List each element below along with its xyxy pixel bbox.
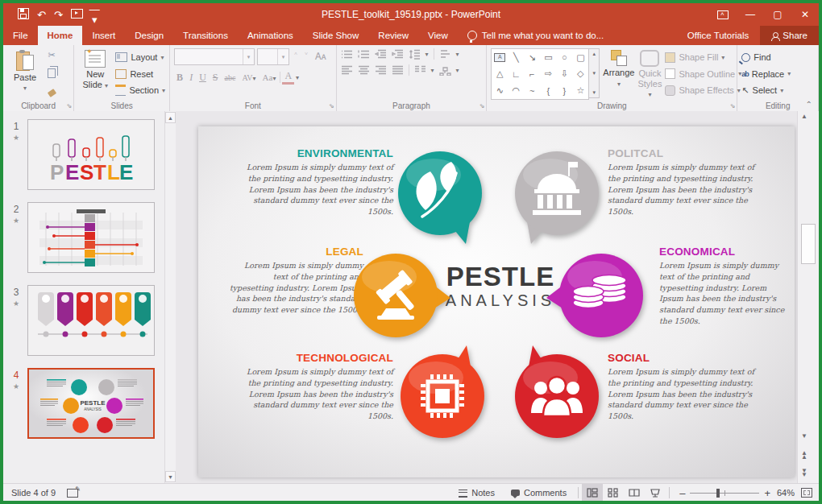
section-heading[interactable]: ENVIRONMENTAL xyxy=(232,147,393,159)
vertical-scrollbar[interactable]: ▲ ▼ ▲▲ ▼▼ xyxy=(797,111,819,483)
office-tutorials-link[interactable]: Office Tutorials xyxy=(676,31,761,40)
paste-dropdown[interactable]: ▾ xyxy=(23,85,27,92)
cut-button[interactable]: ✂ xyxy=(46,50,57,60)
social-bubble[interactable] xyxy=(500,344,613,456)
grow-font-button[interactable]: ˄ xyxy=(292,51,300,63)
slide-sorter-view-button[interactable] xyxy=(603,484,624,502)
rectangle-shape-icon[interactable]: ▭ xyxy=(544,52,552,63)
numbered-list-icon[interactable] xyxy=(358,49,370,60)
notes-button[interactable]: Notes xyxy=(450,484,503,502)
line-shape-icon[interactable]: ╲ xyxy=(513,52,519,63)
block-arrow-right-icon[interactable]: ⇨ xyxy=(545,68,552,79)
font-name-combo[interactable]: ▾ xyxy=(174,48,255,65)
shape-fill-button[interactable]: Shape Fill▾ xyxy=(665,50,741,64)
proofing-icon[interactable] xyxy=(67,489,78,498)
layout-button[interactable]: Layout▾ xyxy=(115,50,165,64)
thumbnail-scroll-up[interactable]: ▲ xyxy=(165,112,176,123)
slide-canvas[interactable]: ENVIRONMENTAL Lorem Ipsum is simply dumm… xyxy=(176,111,797,483)
shapes-gallery-scroll[interactable]: ▴▾▾ xyxy=(589,48,600,98)
fit-slide-to-window-button[interactable] xyxy=(801,488,812,498)
environmental-bubble[interactable] xyxy=(384,141,496,254)
political-bubble[interactable] xyxy=(500,141,613,254)
technological-bubble[interactable] xyxy=(386,344,499,456)
redo-button[interactable]: ↷ xyxy=(54,10,63,20)
maximize-button[interactable]: ▢ xyxy=(764,3,791,26)
change-case-button[interactable]: Aa▾ xyxy=(260,72,279,82)
replace-button[interactable]: abReplace▾ xyxy=(741,67,791,81)
next-slide-button[interactable]: ▼▼ xyxy=(801,469,807,477)
tab-slide-show[interactable]: Slide Show xyxy=(303,26,369,45)
clipboard-dialog-launcher[interactable]: ⇘ xyxy=(66,102,72,109)
reset-button[interactable]: Reset xyxy=(115,67,165,81)
copy-button[interactable] xyxy=(46,68,57,80)
comments-button[interactable]: Comments xyxy=(503,484,575,502)
new-slide-button[interactable]: NewSlide ▾ xyxy=(78,48,112,99)
font-size-dropdown[interactable]: ▾ xyxy=(277,49,289,64)
thumbnail-image[interactable]: PESTLE ANALYSIS xyxy=(27,368,155,439)
share-button[interactable]: Share xyxy=(760,26,819,45)
scroll-down-arrow[interactable]: ▼ xyxy=(801,432,807,440)
thumbnail-image[interactable] xyxy=(27,202,155,273)
section-technological[interactable]: TECHNOLOGICAL Lorem Ipsum is simply dumm… xyxy=(232,352,393,422)
economical-bubble[interactable] xyxy=(545,243,658,356)
star-shape-icon[interactable]: ☆ xyxy=(576,85,584,96)
bullet-list-icon[interactable] xyxy=(341,49,353,60)
zoom-in-button[interactable]: + xyxy=(764,487,770,499)
section-body-text[interactable]: Lorem Ipsum is simply dummy text of the … xyxy=(608,366,762,422)
font-color-dropdown[interactable]: ▾ xyxy=(296,74,299,81)
text-box-shape-icon[interactable]: A xyxy=(494,53,505,62)
increase-indent-icon[interactable] xyxy=(392,49,404,60)
left-brace-shape-icon[interactable]: { xyxy=(546,86,550,96)
section-button[interactable]: Section▾ xyxy=(115,83,165,97)
thumbnail-image[interactable] xyxy=(27,285,155,356)
block-arrow-down-icon[interactable]: ⇩ xyxy=(561,68,568,79)
scrollbar-thumb[interactable] xyxy=(801,224,816,264)
thumbnail-slide-2[interactable]: 2★ xyxy=(8,202,164,273)
paste-button[interactable]: Paste▾ xyxy=(7,48,43,99)
section-body-text[interactable]: Lorem Ipsum is simply dummy text of the … xyxy=(232,162,393,217)
decrease-indent-icon[interactable] xyxy=(375,49,387,60)
zoom-slider-thumb[interactable] xyxy=(716,489,720,498)
text-direction-icon[interactable] xyxy=(439,49,451,60)
font-dialog-launcher[interactable]: ⇘ xyxy=(329,102,334,109)
ribbon-display-options-button[interactable] xyxy=(709,3,737,26)
start-slideshow-button[interactable] xyxy=(71,9,83,20)
tab-design[interactable]: Design xyxy=(125,26,173,45)
drawing-dialog-launcher[interactable]: ⇘ xyxy=(730,102,736,109)
scribble-shape-icon[interactable]: ∿ xyxy=(496,85,504,96)
shapes-gallery[interactable]: A ╲ ↘ ▭ ○ ▢ △ ∟ ⌐ ⇨ ⇩ ◇ ∿ ◠ ~ { } xyxy=(491,48,589,100)
minimize-button[interactable]: — xyxy=(737,3,764,26)
tell-me-box[interactable]: Tell me what you want to do... xyxy=(458,26,614,45)
customize-qat-button[interactable]: —▾ xyxy=(89,4,100,25)
select-button[interactable]: ↖Select▾ xyxy=(741,83,791,97)
character-spacing-button[interactable]: AV▾ xyxy=(239,73,258,82)
align-left-icon[interactable] xyxy=(341,65,353,76)
arrow-shape-icon[interactable]: ↘ xyxy=(529,52,536,63)
section-social[interactable]: SOCIAL Lorem Ipsum is simply dummy text … xyxy=(608,352,762,422)
curve-shape-icon[interactable]: ~ xyxy=(529,86,534,96)
tab-animations[interactable]: Animations xyxy=(238,26,303,45)
oval-shape-icon[interactable]: ○ xyxy=(562,52,567,62)
elbow-shape-icon[interactable]: ∟ xyxy=(512,69,521,79)
section-political[interactable]: POLITCAL Lorem Ipsum is simply dummy tex… xyxy=(608,147,762,217)
thumbnail-slide-4-selected[interactable]: 4★ PESTLE ANALYSIS xyxy=(8,368,164,439)
legal-bubble[interactable] xyxy=(339,243,452,356)
rounded-rect-shape-icon[interactable]: ▢ xyxy=(576,52,584,63)
section-body-text[interactable]: Lorem Ipsum is simply dummy text of the … xyxy=(659,260,790,327)
save-button[interactable] xyxy=(18,8,29,21)
scroll-up-arrow[interactable]: ▲ xyxy=(801,113,807,120)
justify-icon[interactable] xyxy=(392,65,404,76)
slide-editing-area[interactable]: ENVIRONMENTAL Lorem Ipsum is simply dumm… xyxy=(198,126,795,477)
shape-effects-button[interactable]: Shape Effects▾ xyxy=(665,83,741,97)
bold-button[interactable]: B xyxy=(174,72,185,84)
zoom-percentage[interactable]: 64% xyxy=(777,488,795,498)
tab-home[interactable]: Home xyxy=(38,26,83,45)
section-body-text[interactable]: Lorem Ipsum is simply dummy text of the … xyxy=(608,162,762,217)
paragraph-dialog-launcher[interactable]: ⇘ xyxy=(480,102,485,109)
collapse-ribbon-button[interactable]: ⌃ xyxy=(806,100,812,109)
section-heading[interactable]: ECONOMICAL xyxy=(659,246,790,258)
triangle-shape-icon[interactable]: △ xyxy=(496,68,503,79)
section-economical[interactable]: ECONOMICAL Lorem Ipsum is simply dummy t… xyxy=(659,246,790,327)
arrange-button[interactable]: Arrange▾ xyxy=(603,48,634,99)
align-center-icon[interactable] xyxy=(358,65,370,76)
